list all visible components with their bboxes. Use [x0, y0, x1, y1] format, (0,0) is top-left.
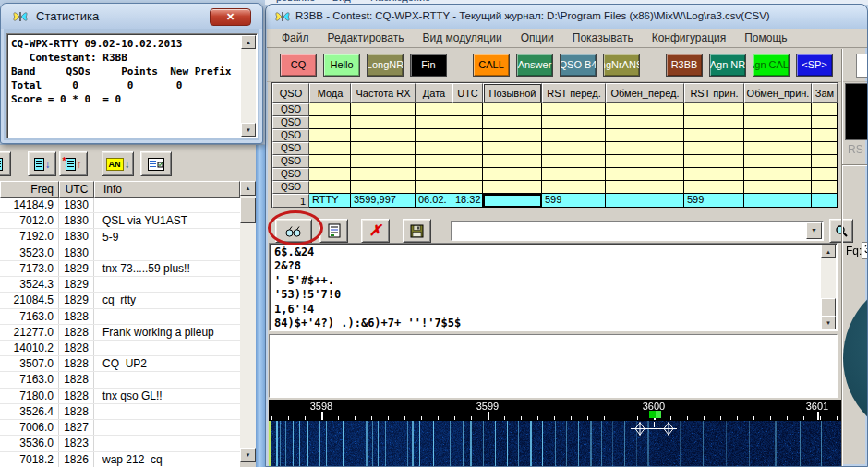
log-cell[interactable] [416, 103, 452, 116]
log-cell[interactable] [684, 155, 744, 168]
log-cell[interactable] [812, 116, 838, 129]
log-cell[interactable] [452, 103, 483, 116]
log-cell[interactable] [744, 142, 812, 155]
log-cell[interactable] [606, 168, 684, 181]
log-cell[interactable] [684, 129, 744, 142]
log-cell[interactable] [452, 116, 483, 129]
spot-row[interactable]: 7018.21826wap 212 cq [0, 452, 240, 467]
spot-row[interactable]: 21084.51829cq rtty [0, 293, 240, 308]
log-cell[interactable] [812, 142, 838, 155]
menu-item-показывать[interactable]: Показывать [563, 29, 643, 47]
macro-button-agn-nr[interactable]: Agn NR [709, 54, 746, 77]
log-cell[interactable] [309, 142, 351, 155]
log-cell[interactable] [351, 116, 416, 129]
macro-button-r3bb[interactable]: R3BB [666, 54, 703, 77]
column-header-qso[interactable]: QSO [272, 83, 309, 103]
spots-scroll-track[interactable] [240, 196, 256, 462]
column-header-info[interactable]: Info [94, 181, 240, 198]
log-cell[interactable] [416, 142, 452, 155]
log-cell[interactable] [452, 155, 483, 168]
log-cell[interactable] [351, 181, 416, 194]
log-cell[interactable] [542, 181, 606, 194]
log-cell[interactable] [452, 142, 483, 155]
macro-button-qso-b4[interactable]: QSO B4 [560, 54, 597, 77]
log-cell[interactable] [416, 155, 452, 168]
log-cell[interactable] [452, 168, 483, 181]
macro-button-longnr[interactable]: LongNR [367, 54, 404, 77]
statistics-scrollbar[interactable]: ▲ ▼ [241, 35, 256, 137]
macros-editor-button[interactable] [319, 219, 348, 243]
log-cell[interactable] [542, 155, 606, 168]
spot-row[interactable]: 7173.01829tnx 73.....59 plus!! [0, 261, 240, 277]
log-cell[interactable] [483, 181, 542, 194]
menu-item-конфигурация[interactable]: Конфигурация [643, 29, 736, 47]
column-header-частота-rx[interactable]: Частота RX [351, 83, 416, 103]
log-cell[interactable] [351, 155, 416, 168]
log-cell[interactable] [744, 181, 812, 194]
column-header-rst-прин[interactable]: RST прин. [684, 83, 744, 103]
column-header-utc[interactable]: UTC [59, 181, 94, 198]
spots-scrollbar[interactable]: ▲ ▼ [240, 181, 256, 463]
spot-row[interactable]: 3524.31829 [0, 277, 240, 293]
column-header-rst-перед[interactable]: RST перед. [542, 83, 606, 103]
log-active-cell[interactable] [744, 194, 812, 208]
log-active-cell[interactable] [812, 194, 838, 208]
delete-qso-button[interactable]: ✗ [361, 219, 390, 243]
spot-row[interactable]: 3526.41828 [0, 404, 240, 420]
log-cell[interactable] [351, 168, 416, 181]
log-cell[interactable] [542, 129, 606, 142]
log-cell[interactable] [542, 142, 606, 155]
log-active-cell[interactable]: RTTY [309, 194, 351, 208]
macro-button-call[interactable]: CALL [473, 54, 510, 77]
log-cell[interactable] [483, 103, 542, 116]
spot-row[interactable]: 14184.91830 [0, 198, 240, 213]
save-qso-button[interactable] [403, 219, 431, 243]
log-cell[interactable] [309, 168, 351, 181]
log-cell[interactable] [483, 116, 542, 129]
column-header-зам[interactable]: Зам [812, 83, 838, 103]
log-active-cell[interactable] [606, 194, 684, 208]
log-active-cell[interactable] [483, 194, 542, 208]
column-header-мода[interactable]: Мода [309, 83, 351, 103]
scroll-down-icon[interactable]: ▼ [241, 123, 256, 137]
column-header-обмен-прин[interactable]: Обмен_прин. [744, 83, 812, 103]
spot-row[interactable]: 7163.01828 [0, 309, 240, 325]
column-header-обмен-перед[interactable]: Обмен_перед. [606, 83, 684, 103]
callsign-combobox[interactable]: ▼ [451, 221, 824, 241]
clipped-toolbar-button[interactable] [0, 151, 11, 176]
scroll-down-icon[interactable]: ▼ [821, 316, 836, 329]
log-cell[interactable] [483, 168, 542, 181]
spot-row[interactable]: 21277.01828Frank working a pileup [0, 325, 240, 341]
macro-button-ngnrans[interactable]: ngNrANS [603, 54, 640, 77]
log-cell[interactable] [416, 129, 452, 142]
log-active-cell[interactable]: 599 [684, 194, 744, 208]
macro-button-hello[interactable]: Hello [323, 54, 360, 77]
tuning-indicator-scope[interactable] [843, 275, 868, 441]
scroll-up-icon[interactable]: ▲ [821, 245, 836, 258]
macro-button-<sp>[interactable]: <SP> [796, 54, 833, 77]
spot-row[interactable]: 3536.01823 [0, 436, 240, 451]
macro-button-fin[interactable]: Fin [410, 54, 447, 77]
log-cell[interactable] [684, 142, 744, 155]
menu-item-вид-модуляции[interactable]: Вид модуляции [413, 29, 511, 47]
log-cell[interactable] [812, 103, 838, 116]
log-cell[interactable] [812, 129, 838, 142]
log-cell[interactable] [483, 155, 542, 168]
log-cell[interactable] [351, 129, 416, 142]
log-cell[interactable] [483, 129, 542, 142]
tx-text-pane[interactable] [269, 334, 838, 398]
log-cell[interactable] [606, 155, 684, 168]
log-cell[interactable] [684, 168, 744, 181]
spots-options-button[interactable] [140, 151, 172, 176]
log-cell[interactable] [744, 168, 812, 181]
scroll-up-icon[interactable]: ▲ [240, 181, 256, 196]
log-cell[interactable] [309, 116, 351, 129]
log-cell[interactable] [542, 168, 606, 181]
column-header-позывной[interactable]: Позывной [483, 83, 542, 103]
rx-scroll-thumb[interactable] [821, 298, 836, 317]
spot-row[interactable]: 7006.01827 [0, 420, 240, 436]
log-active-cell[interactable]: 599 [542, 194, 606, 208]
column-header-utc[interactable]: UTC [452, 83, 483, 103]
spot-row[interactable]: 3523.01830 [0, 245, 240, 261]
log-cell[interactable] [606, 116, 684, 129]
